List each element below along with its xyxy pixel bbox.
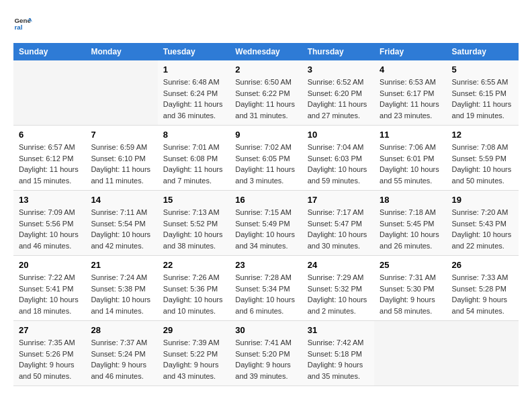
sunrise-text: Sunrise: 7:17 AM <box>308 207 369 218</box>
calendar-cell: 9 Sunrise: 7:02 AM Sunset: 6:05 PM Dayli… <box>230 126 302 191</box>
calendar-cell: 29 Sunrise: 7:39 AM Sunset: 5:22 PM Dayl… <box>158 321 230 386</box>
day-info: Sunrise: 7:41 AM Sunset: 5:20 PM Dayligh… <box>235 337 296 381</box>
calendar-week-row: 20 Sunrise: 7:22 AM Sunset: 5:41 PM Dayl… <box>13 256 519 321</box>
day-info: Sunrise: 7:39 AM Sunset: 5:22 PM Dayligh… <box>163 337 224 381</box>
sunset-text: Sunset: 5:43 PM <box>452 218 513 230</box>
daylight-text: Daylight: 10 hours and 50 minutes. <box>452 164 513 186</box>
day-number: 30 <box>235 325 296 335</box>
calendar-cell <box>13 60 85 126</box>
daylight-text: Daylight: 9 hours and 54 minutes. <box>452 294 513 316</box>
day-info: Sunrise: 7:42 AM Sunset: 5:18 PM Dayligh… <box>308 337 369 381</box>
calendar-cell: 3 Sunrise: 6:52 AM Sunset: 6:20 PM Dayli… <box>302 60 374 126</box>
sunset-text: Sunset: 5:18 PM <box>308 349 369 360</box>
day-number: 14 <box>91 195 152 205</box>
calendar-cell: 25 Sunrise: 7:31 AM Sunset: 5:30 PM Dayl… <box>374 256 446 321</box>
sunset-text: Sunset: 5:45 PM <box>380 218 441 230</box>
day-info: Sunrise: 7:09 AM Sunset: 5:56 PM Dayligh… <box>19 207 80 251</box>
sunrise-text: Sunrise: 7:15 AM <box>235 207 296 218</box>
sunset-text: Sunset: 5:24 PM <box>91 349 152 360</box>
day-number: 6 <box>19 130 80 140</box>
calendar-week-row: 6 Sunrise: 6:57 AM Sunset: 6:12 PM Dayli… <box>13 126 519 191</box>
calendar-cell: 2 Sunrise: 6:50 AM Sunset: 6:22 PM Dayli… <box>230 60 302 126</box>
daylight-text: Daylight: 11 hours and 19 minutes. <box>452 99 513 121</box>
sunset-text: Sunset: 5:52 PM <box>163 218 224 230</box>
calendar-cell: 19 Sunrise: 7:20 AM Sunset: 5:43 PM Dayl… <box>447 191 519 256</box>
sunrise-text: Sunrise: 6:52 AM <box>308 77 369 88</box>
sunrise-text: Sunrise: 7:06 AM <box>380 142 441 153</box>
day-number: 26 <box>452 260 513 270</box>
logo-icon: Gene ral <box>13 13 32 32</box>
daylight-text: Daylight: 9 hours and 39 minutes. <box>235 359 296 381</box>
day-number: 27 <box>19 325 80 335</box>
calendar-cell <box>374 321 446 386</box>
day-info: Sunrise: 7:29 AM Sunset: 5:32 PM Dayligh… <box>308 272 369 316</box>
weekday-header: Sunday <box>13 43 85 60</box>
daylight-text: Daylight: 10 hours and 22 minutes. <box>452 229 513 251</box>
calendar-cell: 28 Sunrise: 7:37 AM Sunset: 5:24 PM Dayl… <box>85 321 157 386</box>
sunset-text: Sunset: 6:24 PM <box>163 88 224 99</box>
sunset-text: Sunset: 6:22 PM <box>235 88 296 99</box>
sunrise-text: Sunrise: 7:33 AM <box>452 272 513 283</box>
calendar-cell: 30 Sunrise: 7:41 AM Sunset: 5:20 PM Dayl… <box>230 321 302 386</box>
sunrise-text: Sunrise: 7:29 AM <box>308 272 369 283</box>
day-info: Sunrise: 6:57 AM Sunset: 6:12 PM Dayligh… <box>19 142 80 186</box>
sunset-text: Sunset: 6:12 PM <box>19 153 80 165</box>
day-info: Sunrise: 6:52 AM Sunset: 6:20 PM Dayligh… <box>308 77 369 121</box>
daylight-text: Daylight: 10 hours and 46 minutes. <box>19 229 80 251</box>
day-number: 3 <box>308 64 369 75</box>
day-info: Sunrise: 7:01 AM Sunset: 6:08 PM Dayligh… <box>163 142 224 186</box>
calendar-cell: 24 Sunrise: 7:29 AM Sunset: 5:32 PM Dayl… <box>302 256 374 321</box>
sunrise-text: Sunrise: 7:22 AM <box>19 272 80 283</box>
day-info: Sunrise: 7:18 AM Sunset: 5:45 PM Dayligh… <box>380 207 441 251</box>
day-info: Sunrise: 6:53 AM Sunset: 6:17 PM Dayligh… <box>380 77 441 121</box>
weekday-header: Thursday <box>302 43 374 60</box>
weekday-header: Wednesday <box>230 43 302 60</box>
sunset-text: Sunset: 5:41 PM <box>19 283 80 295</box>
sunset-text: Sunset: 6:20 PM <box>308 88 369 99</box>
weekday-header: Saturday <box>447 43 519 60</box>
sunset-text: Sunset: 5:38 PM <box>91 283 152 295</box>
sunset-text: Sunset: 6:17 PM <box>380 88 441 99</box>
calendar-cell <box>447 321 519 386</box>
daylight-text: Daylight: 10 hours and 55 minutes. <box>380 164 441 186</box>
day-info: Sunrise: 7:31 AM Sunset: 5:30 PM Dayligh… <box>380 272 441 316</box>
day-number: 24 <box>308 260 369 270</box>
calendar-cell: 23 Sunrise: 7:28 AM Sunset: 5:34 PM Dayl… <box>230 256 302 321</box>
day-info: Sunrise: 7:26 AM Sunset: 5:36 PM Dayligh… <box>163 272 224 316</box>
day-number: 5 <box>452 64 513 75</box>
calendar-cell: 10 Sunrise: 7:04 AM Sunset: 6:03 PM Dayl… <box>302 126 374 191</box>
calendar-cell: 26 Sunrise: 7:33 AM Sunset: 5:28 PM Dayl… <box>447 256 519 321</box>
sunrise-text: Sunrise: 7:28 AM <box>235 272 296 283</box>
daylight-text: Daylight: 10 hours and 34 minutes. <box>235 229 296 251</box>
sunrise-text: Sunrise: 7:08 AM <box>452 142 513 153</box>
sunset-text: Sunset: 5:59 PM <box>452 153 513 165</box>
calendar-cell: 12 Sunrise: 7:08 AM Sunset: 5:59 PM Dayl… <box>447 126 519 191</box>
sunset-text: Sunset: 6:01 PM <box>380 153 441 165</box>
day-number: 9 <box>235 130 296 140</box>
day-info: Sunrise: 7:15 AM Sunset: 5:49 PM Dayligh… <box>235 207 296 251</box>
day-number: 12 <box>452 130 513 140</box>
weekday-header: Tuesday <box>158 43 230 60</box>
day-number: 11 <box>380 130 441 140</box>
day-info: Sunrise: 7:37 AM Sunset: 5:24 PM Dayligh… <box>91 337 152 381</box>
daylight-text: Daylight: 11 hours and 36 minutes. <box>163 99 224 121</box>
day-info: Sunrise: 7:08 AM Sunset: 5:59 PM Dayligh… <box>452 142 513 186</box>
day-number: 25 <box>380 260 441 270</box>
calendar-week-row: 27 Sunrise: 7:35 AM Sunset: 5:26 PM Dayl… <box>13 321 519 386</box>
day-number: 29 <box>163 325 224 335</box>
day-number: 13 <box>19 195 80 205</box>
daylight-text: Daylight: 10 hours and 2 minutes. <box>308 294 369 316</box>
logo: Gene ral <box>13 13 35 32</box>
calendar-cell: 18 Sunrise: 7:18 AM Sunset: 5:45 PM Dayl… <box>374 191 446 256</box>
calendar-cell: 16 Sunrise: 7:15 AM Sunset: 5:49 PM Dayl… <box>230 191 302 256</box>
day-number: 22 <box>163 260 224 270</box>
sunrise-text: Sunrise: 6:48 AM <box>163 77 224 88</box>
sunrise-text: Sunrise: 7:13 AM <box>163 207 224 218</box>
calendar-cell: 21 Sunrise: 7:24 AM Sunset: 5:38 PM Dayl… <box>85 256 157 321</box>
day-number: 21 <box>91 260 152 270</box>
calendar-cell: 13 Sunrise: 7:09 AM Sunset: 5:56 PM Dayl… <box>13 191 85 256</box>
day-info: Sunrise: 6:50 AM Sunset: 6:22 PM Dayligh… <box>235 77 296 121</box>
sunrise-text: Sunrise: 7:41 AM <box>235 337 296 349</box>
day-info: Sunrise: 7:28 AM Sunset: 5:34 PM Dayligh… <box>235 272 296 316</box>
svg-text:ral: ral <box>14 24 22 31</box>
